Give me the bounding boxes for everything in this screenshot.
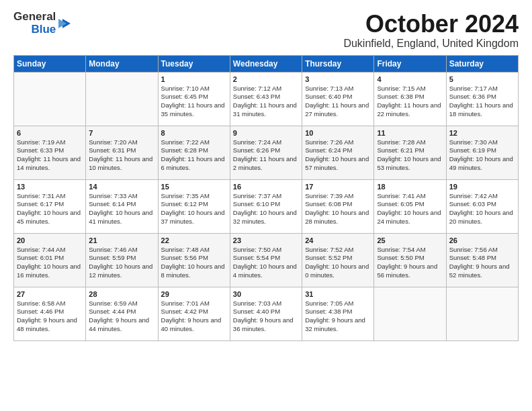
day-info: Sunrise: 7:22 AM Sunset: 6:28 PM Dayligh… [161, 138, 227, 173]
day-info: Sunrise: 7:52 AM Sunset: 5:52 PM Dayligh… [305, 246, 371, 280]
logo-icon [57, 16, 72, 31]
calendar-cell: 9Sunrise: 7:24 AM Sunset: 6:26 PM Daylig… [230, 126, 302, 179]
calendar-cell [86, 72, 158, 126]
calendar-cell [374, 287, 446, 340]
day-info: Sunrise: 7:48 AM Sunset: 5:56 PM Dayligh… [161, 246, 227, 280]
day-info: Sunrise: 7:01 AM Sunset: 4:42 PM Dayligh… [161, 300, 227, 334]
day-info: Sunrise: 7:30 AM Sunset: 6:19 PM Dayligh… [449, 138, 515, 173]
calendar-cell: 19Sunrise: 7:42 AM Sunset: 6:03 PM Dayli… [446, 179, 518, 233]
day-number: 23 [233, 236, 299, 244]
day-info: Sunrise: 7:54 AM Sunset: 5:50 PM Dayligh… [377, 246, 443, 280]
calendar-cell: 15Sunrise: 7:35 AM Sunset: 6:12 PM Dayli… [158, 179, 230, 233]
header-friday: Friday [374, 55, 446, 72]
calendar-cell [14, 72, 86, 126]
month-title: October 2024 [343, 11, 519, 38]
logo: General Blue [13, 11, 72, 36]
day-number: 17 [305, 183, 371, 191]
calendar-cell: 16Sunrise: 7:37 AM Sunset: 6:10 PM Dayli… [230, 179, 302, 233]
day-info: Sunrise: 7:15 AM Sunset: 6:38 PM Dayligh… [377, 85, 443, 119]
logo-general: General [13, 11, 56, 24]
header-sunday: Sunday [14, 55, 86, 72]
calendar-cell: 11Sunrise: 7:28 AM Sunset: 6:21 PM Dayli… [374, 126, 446, 179]
day-info: Sunrise: 7:24 AM Sunset: 6:26 PM Dayligh… [233, 138, 299, 173]
calendar-cell: 6Sunrise: 7:19 AM Sunset: 6:33 PM Daylig… [14, 126, 86, 179]
day-number: 27 [17, 290, 83, 298]
calendar-cell: 5Sunrise: 7:17 AM Sunset: 6:36 PM Daylig… [446, 72, 518, 126]
day-number: 13 [17, 183, 83, 191]
day-number: 26 [449, 236, 515, 244]
calendar-cell: 27Sunrise: 6:58 AM Sunset: 4:46 PM Dayli… [14, 287, 86, 340]
calendar-week-4: 20Sunrise: 7:44 AM Sunset: 6:01 PM Dayli… [14, 233, 519, 287]
day-info: Sunrise: 7:33 AM Sunset: 6:14 PM Dayligh… [89, 192, 154, 226]
day-info: Sunrise: 7:26 AM Sunset: 6:24 PM Dayligh… [305, 138, 371, 173]
day-number: 6 [17, 129, 83, 137]
day-info: Sunrise: 7:31 AM Sunset: 6:17 PM Dayligh… [17, 192, 83, 226]
calendar-table: SundayMondayTuesdayWednesdayThursdayFrid… [13, 55, 519, 341]
calendar-cell: 29Sunrise: 7:01 AM Sunset: 4:42 PM Dayli… [158, 287, 230, 340]
calendar-cell: 14Sunrise: 7:33 AM Sunset: 6:14 PM Dayli… [86, 179, 158, 233]
day-info: Sunrise: 7:35 AM Sunset: 6:12 PM Dayligh… [161, 192, 227, 226]
day-number: 29 [161, 290, 227, 298]
day-info: Sunrise: 7:03 AM Sunset: 4:40 PM Dayligh… [233, 300, 299, 334]
location: Dukinfield, England, United Kingdom [343, 38, 519, 50]
day-number: 2 [233, 75, 299, 83]
calendar-cell: 28Sunrise: 6:59 AM Sunset: 4:44 PM Dayli… [86, 287, 158, 340]
day-info: Sunrise: 7:13 AM Sunset: 6:40 PM Dayligh… [305, 85, 371, 119]
calendar-cell: 7Sunrise: 7:20 AM Sunset: 6:31 PM Daylig… [86, 126, 158, 179]
day-info: Sunrise: 7:41 AM Sunset: 6:05 PM Dayligh… [377, 192, 443, 226]
day-info: Sunrise: 7:50 AM Sunset: 5:54 PM Dayligh… [233, 246, 299, 280]
calendar-week-3: 13Sunrise: 7:31 AM Sunset: 6:17 PM Dayli… [14, 179, 519, 233]
calendar-cell: 3Sunrise: 7:13 AM Sunset: 6:40 PM Daylig… [302, 72, 374, 126]
calendar-cell: 17Sunrise: 7:39 AM Sunset: 6:08 PM Dayli… [302, 179, 374, 233]
day-number: 24 [305, 236, 371, 244]
calendar-week-1: 1Sunrise: 7:10 AM Sunset: 6:45 PM Daylig… [14, 72, 519, 126]
title-block: October 2024 Dukinfield, England, United… [343, 11, 519, 50]
day-number: 10 [305, 129, 371, 137]
logo-blue: Blue [31, 24, 56, 36]
page-header: General Blue October 2024 Dukinfield, En… [13, 11, 519, 50]
calendar-cell: 30Sunrise: 7:03 AM Sunset: 4:40 PM Dayli… [230, 287, 302, 340]
day-number: 3 [305, 75, 371, 83]
day-info: Sunrise: 7:28 AM Sunset: 6:21 PM Dayligh… [377, 138, 443, 173]
day-number: 30 [233, 290, 299, 298]
day-info: Sunrise: 7:20 AM Sunset: 6:31 PM Dayligh… [89, 138, 154, 173]
day-info: Sunrise: 7:42 AM Sunset: 6:03 PM Dayligh… [449, 192, 515, 226]
header-thursday: Thursday [302, 55, 374, 72]
day-number: 15 [161, 183, 227, 191]
calendar-cell: 31Sunrise: 7:05 AM Sunset: 4:38 PM Dayli… [302, 287, 374, 340]
calendar-cell: 8Sunrise: 7:22 AM Sunset: 6:28 PM Daylig… [158, 126, 230, 179]
calendar-cell: 20Sunrise: 7:44 AM Sunset: 6:01 PM Dayli… [14, 233, 86, 287]
day-info: Sunrise: 6:58 AM Sunset: 4:46 PM Dayligh… [17, 300, 83, 334]
calendar-week-2: 6Sunrise: 7:19 AM Sunset: 6:33 PM Daylig… [14, 126, 519, 179]
day-info: Sunrise: 7:05 AM Sunset: 4:38 PM Dayligh… [305, 300, 371, 334]
day-number: 4 [377, 75, 443, 83]
calendar-cell: 12Sunrise: 7:30 AM Sunset: 6:19 PM Dayli… [446, 126, 518, 179]
day-number: 14 [89, 183, 154, 191]
day-info: Sunrise: 7:46 AM Sunset: 5:59 PM Dayligh… [89, 246, 154, 280]
day-number: 11 [377, 129, 443, 137]
calendar-cell: 22Sunrise: 7:48 AM Sunset: 5:56 PM Dayli… [158, 233, 230, 287]
day-number: 25 [377, 236, 443, 244]
day-info: Sunrise: 7:19 AM Sunset: 6:33 PM Dayligh… [17, 138, 83, 173]
day-number: 7 [89, 129, 154, 137]
day-info: Sunrise: 7:56 AM Sunset: 5:48 PM Dayligh… [449, 246, 515, 280]
day-number: 18 [377, 183, 443, 191]
day-info: Sunrise: 6:59 AM Sunset: 4:44 PM Dayligh… [89, 300, 154, 334]
header-monday: Monday [86, 55, 158, 72]
day-number: 1 [161, 75, 227, 83]
day-number: 5 [449, 75, 515, 83]
day-number: 28 [89, 290, 154, 298]
calendar-cell: 10Sunrise: 7:26 AM Sunset: 6:24 PM Dayli… [302, 126, 374, 179]
header-wednesday: Wednesday [230, 55, 302, 72]
day-info: Sunrise: 7:10 AM Sunset: 6:45 PM Dayligh… [161, 85, 227, 119]
calendar-cell: 4Sunrise: 7:15 AM Sunset: 6:38 PM Daylig… [374, 72, 446, 126]
day-number: 9 [233, 129, 299, 137]
calendar-week-5: 27Sunrise: 6:58 AM Sunset: 4:46 PM Dayli… [14, 287, 519, 340]
header-tuesday: Tuesday [158, 55, 230, 72]
day-number: 20 [17, 236, 83, 244]
day-number: 22 [161, 236, 227, 244]
day-info: Sunrise: 7:12 AM Sunset: 6:43 PM Dayligh… [233, 85, 299, 119]
calendar-cell: 1Sunrise: 7:10 AM Sunset: 6:45 PM Daylig… [158, 72, 230, 126]
calendar-cell: 18Sunrise: 7:41 AM Sunset: 6:05 PM Dayli… [374, 179, 446, 233]
header-saturday: Saturday [446, 55, 518, 72]
